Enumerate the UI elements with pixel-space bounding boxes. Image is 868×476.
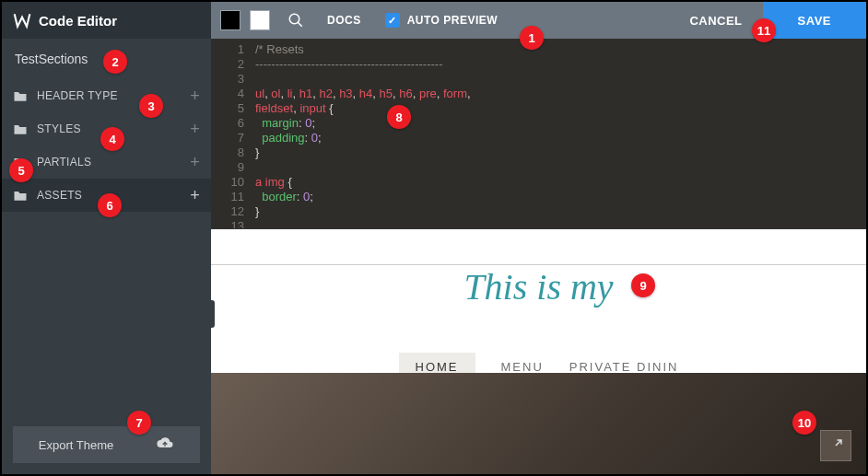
sidebar: TestSections HEADER TYPE+STYLES+PARTIALS… — [2, 39, 211, 474]
code-line: 13 — [211, 219, 866, 228]
code-line: 2---------------------------------------… — [211, 57, 866, 72]
code-line: 4ul, ol, li, h1, h2, h3, h4, h5, h6, pre… — [211, 87, 866, 101]
expand-preview-button[interactable] — [820, 430, 851, 461]
sidebar-item-label: STYLES — [37, 122, 81, 135]
checkbox-icon: ✓ — [385, 13, 400, 28]
callout-badge-4: 4 — [100, 127, 124, 151]
callout-badge-7: 7 — [127, 411, 151, 435]
callout-badge-10: 10 — [792, 411, 816, 435]
add-icon[interactable]: + — [190, 153, 200, 172]
callout-badge-3: 3 — [139, 94, 163, 118]
preview-pane: This is my HOMEMENUPRIVATE DININ — [211, 228, 866, 474]
docs-button[interactable]: DOCS — [314, 2, 374, 39]
code-editor[interactable]: 1/* Resets2-----------------------------… — [211, 39, 866, 228]
sidebar-item-label: PARTIALS — [37, 156, 91, 168]
code-line: 10a img { — [211, 175, 866, 190]
sidebar-item-partials[interactable]: PARTIALS+ — [2, 145, 211, 179]
cloud-upload-icon — [156, 437, 174, 453]
search-icon — [287, 12, 304, 29]
code-line: 12} — [211, 204, 866, 219]
svg-point-0 — [289, 14, 299, 24]
code-line: 7 padding: 0; — [211, 131, 866, 145]
export-theme-button[interactable]: Export Theme — [13, 426, 200, 463]
code-line: 11 border: 0; — [211, 190, 866, 204]
code-line: 8} — [211, 145, 866, 160]
svg-line-1 — [298, 22, 302, 27]
code-line: 5fieldset, input { — [211, 101, 866, 116]
sidebar-item-header-type[interactable]: HEADER TYPE+ — [2, 79, 211, 112]
sidebar-resize-handle[interactable] — [209, 300, 215, 328]
folder-icon — [13, 123, 28, 135]
callout-badge-2: 2 — [103, 50, 127, 74]
add-icon[interactable]: + — [190, 186, 200, 205]
cancel-button[interactable]: CANCEL — [669, 2, 762, 39]
search-button[interactable] — [277, 2, 314, 39]
theme-swatch-dark[interactable] — [220, 10, 240, 30]
export-label: Export Theme — [39, 438, 113, 452]
callout-badge-5: 5 — [9, 158, 33, 182]
save-button[interactable]: SAVE — [763, 2, 866, 39]
callout-badge-9: 9 — [631, 273, 655, 297]
sidebar-item-label: ASSETS — [37, 189, 82, 202]
callout-badge-1: 1 — [520, 26, 544, 50]
code-line: 6 margin: 0; — [211, 116, 866, 131]
app-title: Code Editor — [39, 13, 117, 29]
callout-badge-6: 6 — [98, 193, 122, 217]
callout-badge-8: 8 — [387, 105, 411, 129]
auto-preview-label: AUTO PREVIEW — [407, 14, 498, 27]
app-title-area: Code Editor — [2, 2, 211, 39]
folder-icon — [13, 90, 28, 102]
logo-icon — [13, 11, 31, 29]
expand-icon — [827, 437, 844, 454]
folder-icon — [13, 190, 28, 202]
topbar: Code Editor DOCS ✓ AUTO PREVIEW CANCEL S… — [2, 2, 866, 39]
callout-badge-11: 11 — [752, 18, 776, 42]
add-icon[interactable]: + — [190, 87, 200, 106]
preview-hero-image — [211, 373, 866, 474]
sidebar-item-label: HEADER TYPE — [37, 89, 118, 102]
auto-preview-toggle[interactable]: ✓ AUTO PREVIEW — [374, 13, 509, 28]
preview-site-title: This is my — [211, 265, 866, 308]
code-line: 9 — [211, 160, 866, 175]
theme-swatch-light[interactable] — [250, 10, 270, 30]
code-line: 3 — [211, 72, 866, 87]
add-icon[interactable]: + — [190, 120, 200, 139]
